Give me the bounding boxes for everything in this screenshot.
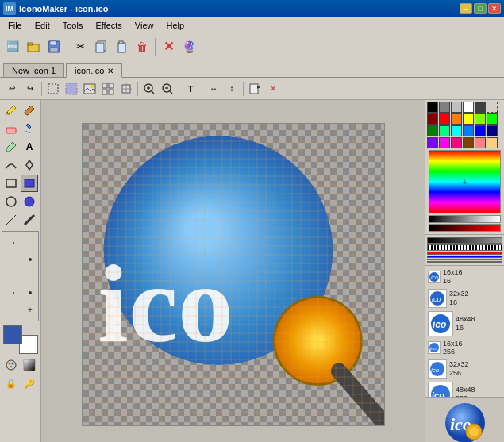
- color-magenta[interactable]: [439, 137, 450, 148]
- line-thin-tool[interactable]: [2, 211, 20, 229]
- text-btn[interactable]: T: [182, 80, 199, 98]
- ico-row-48-16[interactable]: ico 48x4816: [427, 310, 502, 337]
- gradient-btn[interactable]: [21, 356, 38, 374]
- wand-button[interactable]: 🔮: [179, 37, 198, 56]
- select-all-btn[interactable]: [63, 80, 80, 98]
- menu-tools[interactable]: Tools: [56, 19, 90, 32]
- color-cyan[interactable]: [451, 125, 462, 136]
- brush-2px[interactable]: [22, 252, 38, 267]
- brightness-bar[interactable]: [429, 215, 501, 223]
- colorpick-tool[interactable]: [2, 138, 20, 156]
- zoom-out-btn[interactable]: [159, 80, 176, 98]
- fill-tool[interactable]: [21, 120, 38, 137]
- stretch-btn[interactable]: [117, 80, 135, 98]
- ico-label-16-256: 16x16256: [443, 340, 463, 357]
- pen-tool[interactable]: [21, 156, 38, 174]
- color-transparent[interactable]: [487, 102, 498, 113]
- grid-btn[interactable]: [99, 80, 117, 98]
- color-darkgray[interactable]: [475, 102, 486, 113]
- menu-edit[interactable]: Edit: [29, 19, 56, 32]
- hue-selector[interactable]: +: [429, 150, 501, 213]
- flip-v-btn[interactable]: ↕: [223, 80, 240, 98]
- color-salmon[interactable]: [475, 137, 486, 148]
- tab-icon-ico[interactable]: icon.ico ✕: [66, 63, 122, 78]
- color-sky[interactable]: [463, 125, 474, 136]
- svg-rect-15: [102, 90, 107, 94]
- import-btn[interactable]: [246, 80, 264, 98]
- color-silver[interactable]: [451, 102, 462, 113]
- color-violet[interactable]: [427, 137, 438, 148]
- flip-h-btn[interactable]: ↔: [205, 80, 222, 98]
- color-orange[interactable]: [451, 113, 462, 125]
- redo-button[interactable]: ↪: [21, 80, 39, 98]
- menu-help[interactable]: Help: [160, 19, 190, 32]
- save-button[interactable]: [44, 37, 63, 56]
- rect-outline-tool[interactable]: [2, 175, 20, 192]
- curve-tool[interactable]: [2, 156, 20, 174]
- color-green[interactable]: [487, 113, 498, 125]
- color-palette-btn[interactable]: [2, 356, 20, 374]
- ico-row-16-256[interactable]: ico 16x16256: [427, 339, 502, 358]
- open-button[interactable]: [24, 37, 43, 56]
- rect-fill-tool[interactable]: [21, 175, 38, 192]
- tab-close-icon[interactable]: ✕: [107, 67, 113, 75]
- copy-button[interactable]: [91, 37, 110, 56]
- color-lime[interactable]: [475, 113, 486, 125]
- circle-fill-tool[interactable]: [21, 193, 38, 210]
- zoom-in-btn[interactable]: [140, 80, 158, 98]
- circle-outline-tool[interactable]: [2, 193, 20, 210]
- menu-file[interactable]: File: [2, 19, 29, 32]
- ico-row-16-16[interactable]: ico 16x1616: [427, 267, 502, 286]
- maximize-button[interactable]: □: [474, 3, 487, 14]
- ico-row-32-256[interactable]: ico 32x32256: [427, 359, 502, 379]
- color-darkred[interactable]: [427, 113, 438, 125]
- icon-canvas[interactable]: [82, 123, 385, 426]
- delete-layer-btn[interactable]: ✕: [264, 80, 282, 98]
- color-red[interactable]: [439, 113, 450, 125]
- color-blue[interactable]: [475, 125, 486, 136]
- color-white[interactable]: [463, 102, 474, 113]
- line-pattern-1[interactable]: [427, 237, 502, 244]
- menu-view[interactable]: View: [129, 19, 160, 32]
- line-pattern-2[interactable]: [427, 244, 502, 251]
- tab-new-icon[interactable]: New Icon 1: [3, 63, 64, 77]
- line-blue[interactable]: [427, 256, 502, 258]
- line-black[interactable]: [427, 261, 502, 263]
- transparency-btn[interactable]: 🔑: [21, 375, 38, 392]
- ico-row-48-256[interactable]: ico 48x48256: [427, 381, 502, 397]
- cancel-button[interactable]: ✕: [159, 37, 178, 56]
- color-rose[interactable]: [451, 137, 462, 148]
- paste-button[interactable]: [112, 37, 131, 56]
- cut-button[interactable]: ✂: [71, 37, 90, 56]
- color-darkgreen[interactable]: [427, 125, 438, 136]
- line-thick-tool[interactable]: [21, 211, 38, 229]
- lock-btn[interactable]: 🔒: [2, 375, 20, 392]
- ico-row-32-16[interactable]: ico 32x3216: [427, 288, 502, 309]
- pencil-tool[interactable]: [2, 102, 20, 119]
- minimize-button[interactable]: ─: [460, 3, 472, 14]
- color-navy[interactable]: [487, 125, 498, 136]
- color-selector[interactable]: [3, 325, 38, 354]
- delete-button[interactable]: 🗑: [133, 37, 152, 56]
- color-brown[interactable]: [463, 137, 474, 148]
- eraser-tool[interactable]: [2, 120, 20, 137]
- brush-tool[interactable]: [21, 102, 38, 119]
- close-button[interactable]: ✕: [488, 3, 501, 14]
- color-mint[interactable]: [439, 125, 450, 136]
- line-red[interactable]: [427, 252, 502, 255]
- color-peach[interactable]: [487, 137, 498, 148]
- select-rect-btn[interactable]: [44, 80, 62, 98]
- brush-1px[interactable]: [6, 235, 21, 251]
- color-yellow[interactable]: [463, 113, 474, 125]
- new-button[interactable]: 🆕: [3, 37, 22, 56]
- line-green[interactable]: [427, 259, 502, 260]
- image-btn[interactable]: [81, 80, 98, 98]
- color-black[interactable]: [427, 102, 438, 113]
- text-tool[interactable]: A: [21, 138, 38, 156]
- red-bar[interactable]: [429, 224, 501, 232]
- foreground-color[interactable]: [3, 325, 22, 344]
- menu-effects[interactable]: Effects: [89, 19, 128, 32]
- brush-size-grid: + +: [6, 235, 35, 317]
- color-gray[interactable]: [439, 102, 450, 113]
- undo-button[interactable]: ↩: [3, 80, 21, 98]
